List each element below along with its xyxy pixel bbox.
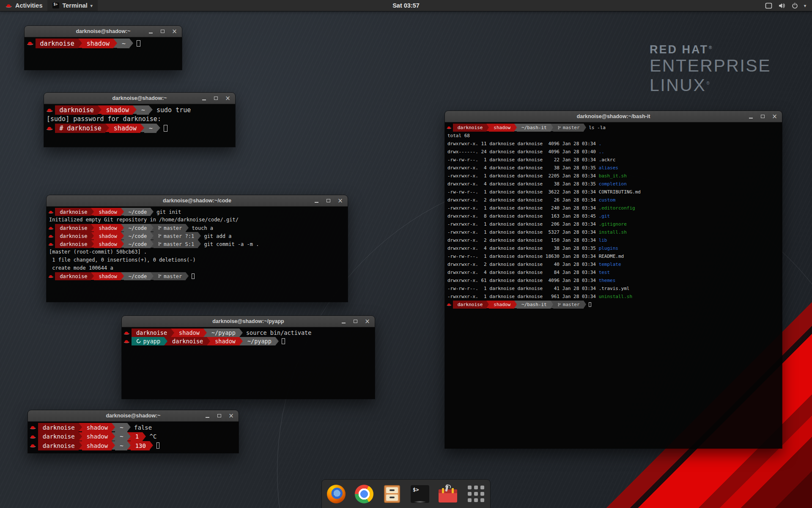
redhat-prompt-icon [47,224,55,232]
maximize-button[interactable] [351,318,359,326]
maximize-button[interactable] [759,113,767,121]
ls-row: drwxrwxr-x. 11 darknoise darknoise 4096 … [445,140,782,148]
terminal-body[interactable]: darknoiseshadow~/pyappsource bin/activat… [122,327,375,399]
system-tray[interactable]: ▾ [759,0,812,11]
ls-row: -rwxrwxr-x. 1 darknoise darknoise 2205 J… [445,172,782,180]
terminal-body[interactable]: darknoiseshadow~falsedarknoiseshadow~1^C… [28,422,239,453]
close-button[interactable]: × [227,412,235,420]
powerline-arrow-icon [150,441,153,450]
terminal-icon[interactable]: $> [410,484,430,504]
terminal-window-home-2[interactable]: darknoise@shadow:~×darknoiseshadow~false… [28,410,239,453]
prompt-segment-host: shadow [94,232,121,240]
maximize-button[interactable] [324,197,332,205]
close-button[interactable]: × [224,94,232,102]
terminal-body[interactable]: darknoiseshadow~sudo true[sudo] password… [44,104,235,147]
maximize-button[interactable] [215,412,223,420]
terminal-window-code[interactable]: darknoise@shadow:~/code×darknoiseshadow~… [47,195,348,302]
ls-row: -rw-rw-r--. 1 darknoise darknoise 22 Jan… [445,156,782,164]
window-buttons: × [203,410,235,421]
powerline-arrow-icon [91,240,94,248]
ls-meta: -rw-rw-r--. 1 darknoise darknoise 22 Jan… [447,157,599,163]
prompt-segment-host: shadow [94,224,121,232]
powerline-arrow-icon [121,272,124,280]
window-titlebar[interactable]: darknoise@shadow:~/pyapp× [122,316,375,327]
window-titlebar[interactable]: darknoise@shadow:~× [28,410,239,422]
prompt-line: darknoiseshadow~1^C [28,432,239,442]
minimize-icon [749,118,753,119]
firefox-icon[interactable] [326,484,346,504]
powerline-arrow-icon [143,432,146,441]
volume-icon[interactable] [778,3,786,9]
file-manager-icon[interactable] [382,484,402,504]
terminal-window-home-1[interactable]: darknoise@shadow:~×darknoiseshadow~ [25,26,182,70]
maximize-button[interactable] [159,28,167,36]
prompt-line: darknoiseshadow~/codemastertouch a [47,224,348,232]
minimize-button[interactable] [147,28,155,36]
ls-meta: drwxrwxr-x. 2 darknoise darknoise 150 Ja… [447,237,599,243]
prompt-line: darknoiseshadow~/bash-itmaster [445,301,782,309]
ls-meta: drwxrwxr-x. 4 darknoise darknoise 38 Jan… [447,181,599,187]
prompt-segment-path: ~/pyapp [243,337,275,345]
window-buttons: × [747,111,779,122]
terminal-body[interactable]: darknoiseshadow~/codegit initInitialized… [47,207,348,302]
powerline-arrow-icon [156,124,160,132]
close-button[interactable]: × [363,318,371,326]
terminal-window-pyapp[interactable]: darknoise@shadow:~/pyapp×darknoiseshadow… [122,316,375,399]
ls-meta: -rwxrwxr-x. 1 darknoise darknoise 5327 J… [447,229,599,235]
minimize-button[interactable] [313,197,321,205]
terminal-body[interactable]: darknoiseshadow~/bash-itmasterls -latota… [445,122,782,448]
prompt-segment-path: ~/code [124,240,151,248]
app-grid-icon[interactable] [466,484,486,504]
power-icon[interactable] [792,3,798,9]
ls-row: -rwxrwxr-x. 1 darknoise darknoise 961 Ja… [445,293,782,301]
terminal-body[interactable]: darknoiseshadow~ [25,37,182,70]
window-title: darknoise@shadow:~/bash-it [577,113,650,119]
firefox-icon [327,485,346,503]
prompt-line: darknoiseshadow~/bash-itmasterls -la [445,124,782,132]
close-button[interactable]: × [336,197,344,205]
prompt-segment-user: darknoise [38,441,79,450]
ls-filename: plugins [599,246,618,251]
display-icon[interactable] [765,3,772,9]
ls-row: drwxrwxr-x. 2 darknoise darknoise 26 Jan… [445,196,782,204]
terminal-window-sudo[interactable]: darknoise@shadow:~×darknoiseshadow~sudo … [44,93,235,147]
maximize-button[interactable] [212,94,220,102]
window-titlebar[interactable]: darknoise@shadow:~× [25,26,182,37]
prompt-segment-host: shadow [94,272,121,280]
close-button[interactable]: × [170,28,178,36]
minimize-button[interactable] [747,113,755,121]
powerline-arrow-icon [186,272,189,280]
prompt-line: darknoiseshadow~/codemaster ?:1git add a [47,232,348,240]
powerline-arrow-icon [151,224,154,232]
close-button[interactable]: × [771,113,779,121]
terminal-app-icon: $> [52,3,59,8]
ls-row: -rw-rw-r--. 1 darknoise darknoise 18630 … [445,252,782,260]
redhat-logo-brand: RED HAT® [650,43,771,56]
clock[interactable]: Sat 03:57 [388,0,424,11]
prompt-segment-git: master [154,224,186,232]
app-menu-terminal[interactable]: $> Terminal ▾ [47,0,97,11]
prompt-segment-path: ~ [115,432,127,442]
chevron-down-icon[interactable]: ▾ [804,3,806,8]
ls-filename: lib [599,237,607,243]
minimize-button[interactable] [200,94,208,102]
minimize-button[interactable] [340,318,348,326]
ls-filename: install.sh [599,229,627,235]
window-buttons: × [200,93,232,104]
prompt-segment-git: master [154,272,186,280]
toolbox-lid [439,489,457,493]
prompt-segment-host: shadow [109,124,140,133]
powerline-arrow-icon [121,232,124,240]
toolbox-icon[interactable] [438,484,458,504]
powerline-arrow-icon [149,105,153,114]
minimize-button[interactable] [203,412,211,420]
activities-button[interactable]: Activities [0,0,47,11]
terminal-window-bash-it[interactable]: darknoise@shadow:~/bash-it×darknoiseshad… [445,111,782,448]
chrome-icon[interactable] [354,484,374,504]
window-titlebar[interactable]: darknoise@shadow:~× [44,93,235,104]
window-titlebar[interactable]: darknoise@shadow:~/bash-it× [445,111,782,122]
powerline-arrow-icon [78,39,82,48]
window-titlebar[interactable]: darknoise@shadow:~/code× [47,195,348,207]
command-text: git commit -a -m . [201,240,259,248]
powerline-arrow-icon [113,39,117,48]
